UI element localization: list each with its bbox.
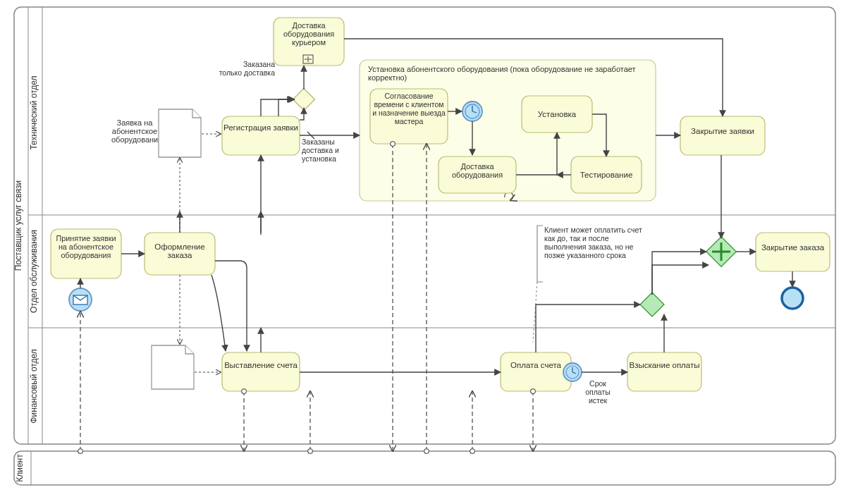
- invoice-document-icon: [152, 345, 194, 389]
- gateway-parallel-join[interactable]: [706, 237, 736, 266]
- task-schedule-label: Согласование времени с клиентом и назнач…: [372, 92, 446, 125]
- lane-service-label: Отдел обслуживания: [29, 230, 39, 313]
- task-invoice-label: Выставление счета: [222, 361, 300, 369]
- task-collection-label: Взыскание оплаты: [627, 361, 701, 369]
- task-close-order-label: Закрытие заказа: [756, 243, 830, 252]
- payment-annotation: Клиент может оплатить счет как до, так и…: [544, 226, 650, 259]
- request-document-label: Заявка на абонентское оборудование: [111, 118, 158, 144]
- label-delivery-install: Заказаны доставка и установка: [302, 137, 358, 163]
- task-install-label: Установка: [538, 110, 577, 118]
- lane-tech-label: Технический отдел: [29, 75, 39, 149]
- task-payment-label: Оплата счета: [501, 361, 571, 369]
- request-document-icon: [159, 109, 201, 157]
- lane-finance-label: Финансовый отдел: [29, 349, 39, 423]
- timer-event-icon: [462, 102, 482, 121]
- task-close-request-label: Закрытие заявки: [680, 127, 765, 135]
- end-event-icon: [782, 288, 803, 309]
- svg-rect-8: [293, 88, 314, 110]
- task-equipment-delivery-label: Доставка оборудования: [439, 162, 516, 179]
- message-start-event-icon: [69, 288, 92, 311]
- task-registration-label: Регистрация заявки: [222, 123, 300, 132]
- annotation-bracket-icon: [537, 226, 543, 282]
- group-install-label: Установка абонентского оборудования (пок…: [368, 65, 647, 82]
- pool-provider-label: Поставщик услуг связи: [13, 180, 23, 271]
- task-delivery-courier-label: Доставка оборудования курьером: [274, 21, 344, 47]
- gateway-payment-check[interactable]: [640, 293, 664, 316]
- pool-client-label: Клиент: [15, 454, 25, 482]
- task-accept-request-label: Принятие заявки на абонентское оборудова…: [52, 234, 120, 259]
- gateway-delivery-choice[interactable]: [293, 88, 314, 110]
- pool-client: [14, 451, 835, 485]
- svg-rect-18: [640, 293, 664, 316]
- task-make-order-label: Оформление заказа: [145, 242, 215, 259]
- task-testing-label: Тестирование: [580, 171, 633, 179]
- label-only-delivery: Заказана только доставка: [219, 60, 275, 77]
- bpmn-diagram: Поставщик услуг связи Технический отдел …: [0, 0, 846, 504]
- payment-timer-label: Срок оплаты истек: [580, 379, 616, 405]
